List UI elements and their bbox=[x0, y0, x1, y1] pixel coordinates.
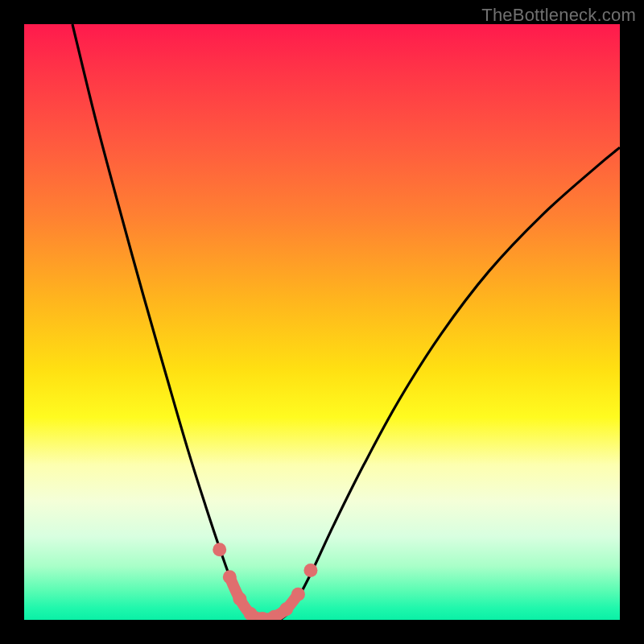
right-curve bbox=[280, 147, 620, 620]
svg-point-8 bbox=[303, 564, 317, 577]
chart-frame: TheBottleneck.com bbox=[0, 0, 644, 644]
curve-svg bbox=[24, 24, 620, 620]
svg-point-2 bbox=[233, 592, 246, 606]
svg-point-0 bbox=[213, 543, 226, 556]
svg-point-7 bbox=[291, 588, 305, 601]
watermark-text: TheBottleneck.com bbox=[481, 5, 636, 26]
svg-point-1 bbox=[223, 570, 237, 584]
plot-area bbox=[24, 24, 620, 620]
svg-point-6 bbox=[279, 602, 293, 616]
left-curve bbox=[72, 24, 254, 620]
valley-dots bbox=[213, 543, 317, 620]
